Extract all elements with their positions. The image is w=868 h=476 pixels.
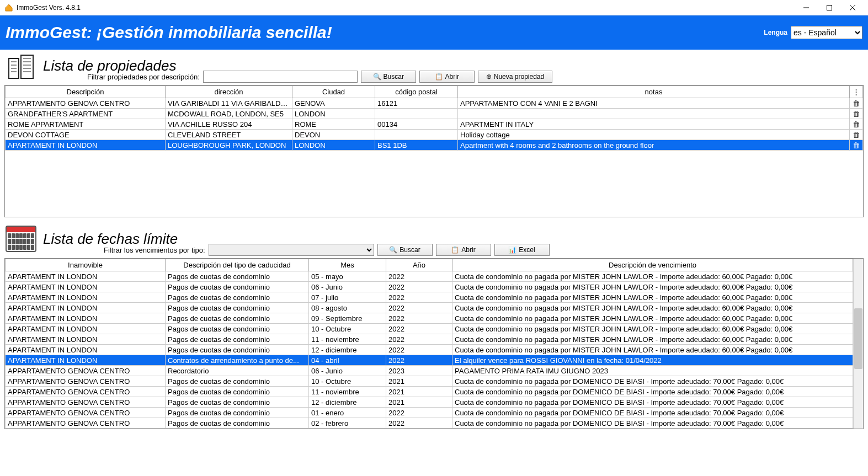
table-cell[interactable]: 12 - diciembre bbox=[309, 397, 386, 408]
table-cell[interactable]: ROME bbox=[292, 119, 375, 130]
deadlines-scrollbar[interactable] bbox=[853, 259, 863, 429]
col-year[interactable]: Año bbox=[386, 259, 452, 271]
col-address[interactable]: dirección bbox=[166, 86, 292, 98]
table-cell[interactable]: 2021 bbox=[386, 387, 452, 397]
table-cell[interactable]: ROME APPARTAMENT bbox=[6, 119, 166, 130]
table-row[interactable]: APPARTAMENTO GENOVA CENTROPagos de cuota… bbox=[6, 418, 853, 429]
table-cell[interactable]: 2021 bbox=[386, 376, 452, 387]
table-cell[interactable] bbox=[375, 109, 458, 119]
table-cell[interactable]: 2022 bbox=[386, 303, 452, 313]
deadlines-table[interactable]: Inamovible Descripción del tipo de caduc… bbox=[5, 259, 853, 429]
properties-open-button[interactable]: 📋 Abrir bbox=[419, 71, 475, 83]
table-row[interactable]: APARTAMENT IN LONDONPagos de cuotas de c… bbox=[6, 303, 853, 313]
table-row[interactable]: APPARTAMENTO GENOVA CENTROPagos de cuota… bbox=[6, 397, 853, 408]
table-cell[interactable]: 11 - noviembre bbox=[309, 334, 386, 345]
table-cell[interactable]: 2022 bbox=[386, 271, 452, 282]
table-cell[interactable]: Cuota de condominio no pagada por DOMENI… bbox=[452, 418, 853, 429]
deadlines-filter-select[interactable] bbox=[209, 244, 374, 256]
table-cell[interactable]: Cuota de condominio no pagada por MISTER… bbox=[452, 303, 853, 313]
table-cell[interactable]: El alquiler vence para ROSSI GIOVANNI en… bbox=[452, 355, 853, 366]
col-description[interactable]: Descripción bbox=[6, 86, 166, 98]
table-cell[interactable]: APARTAMENT IN LONDON bbox=[6, 345, 166, 355]
table-cell[interactable]: Pagos de cuotas de condominio bbox=[166, 282, 309, 292]
table-cell[interactable]: Pagos de cuotas de condominio bbox=[166, 376, 309, 387]
table-row[interactable]: APPARTAMENTO GENOVA CENTROVIA GARIBALDI … bbox=[6, 98, 863, 109]
table-cell[interactable]: 09 - Septiembre bbox=[309, 313, 386, 324]
table-cell[interactable]: Cuota de condominio no pagada por DOMENI… bbox=[452, 376, 853, 387]
table-row[interactable]: APPARTAMENTO GENOVA CENTROPagos de cuota… bbox=[6, 387, 853, 397]
delete-row-button[interactable]: 🗑 bbox=[850, 140, 863, 151]
table-row[interactable]: APARTAMENT IN LONDONPagos de cuotas de c… bbox=[6, 271, 853, 282]
table-cell[interactable]: Pagos de cuotas de condominio bbox=[166, 418, 309, 429]
table-cell[interactable]: LOUGHBOROUGH PARK, LONDON bbox=[166, 140, 292, 151]
table-cell[interactable]: DEVON bbox=[292, 130, 375, 140]
minimize-button[interactable] bbox=[795, 1, 817, 14]
table-cell[interactable]: APPARTAMENTO GENOVA CENTRO bbox=[6, 418, 166, 429]
table-cell[interactable]: APARTAMENT IN LONDON bbox=[6, 324, 166, 334]
table-cell[interactable]: 11 - noviembre bbox=[309, 387, 386, 397]
table-cell[interactable]: Pagos de cuotas de condominio bbox=[166, 292, 309, 303]
table-cell[interactable]: APARTAMENT IN LONDON bbox=[6, 292, 166, 303]
table-row[interactable]: APPARTAMENTO GENOVA CENTROPagos de cuota… bbox=[6, 408, 853, 418]
col-property[interactable]: Inamovible bbox=[6, 259, 166, 271]
table-cell[interactable]: GRANDFATHER'S APARTMENT bbox=[6, 109, 166, 119]
table-cell[interactable]: 04 - abril bbox=[309, 355, 386, 366]
table-cell[interactable]: BS1 1DB bbox=[375, 140, 458, 151]
table-cell[interactable]: 05 - mayo bbox=[309, 271, 386, 282]
properties-table[interactable]: Descripción dirección Ciudad código post… bbox=[5, 85, 863, 151]
table-cell[interactable]: 2023 bbox=[386, 366, 452, 376]
table-cell[interactable]: APPARTAMENTO GENOVA CENTRO bbox=[6, 387, 166, 397]
table-cell[interactable]: APPARTAMENTO GENOVA CENTRO bbox=[6, 429, 166, 429]
table-cell[interactable]: Holiday cottage bbox=[458, 130, 850, 140]
col-desc[interactable]: Descripción de vencimiento bbox=[452, 259, 853, 271]
table-cell[interactable]: Cuota de condominio no pagada por DOMENI… bbox=[452, 429, 853, 429]
table-cell[interactable]: APPARTAMENTO GENOVA CENTRO bbox=[6, 408, 166, 418]
table-cell[interactable]: DEVON COTTAGE bbox=[6, 130, 166, 140]
table-row[interactable]: APARTAMENT IN LONDONPagos de cuotas de c… bbox=[6, 313, 853, 324]
table-cell[interactable]: APARTMENT IN ITALY bbox=[458, 119, 850, 130]
table-cell[interactable]: 2022 bbox=[386, 313, 452, 324]
table-cell[interactable]: APARTAMENT IN LONDON bbox=[6, 303, 166, 313]
table-cell[interactable]: APARTAMENT IN LONDON bbox=[6, 334, 166, 345]
delete-row-button[interactable]: 🗑 bbox=[850, 98, 863, 109]
table-cell[interactable]: Pagos de cuotas de condominio bbox=[166, 334, 309, 345]
table-cell[interactable]: 2022 bbox=[386, 282, 452, 292]
table-row[interactable]: APARTAMENT IN LONDONContratos de arrenda… bbox=[6, 355, 853, 366]
table-cell[interactable]: APARTAMENT IN LONDON bbox=[6, 271, 166, 282]
table-cell[interactable]: Cuota de condominio no pagada por MISTER… bbox=[452, 324, 853, 334]
col-city[interactable]: Ciudad bbox=[292, 86, 375, 98]
table-cell[interactable]: 2022 bbox=[386, 355, 452, 366]
table-cell[interactable]: Pagos de cuotas de condominio bbox=[166, 429, 309, 429]
table-row[interactable]: APARTAMENT IN LONDONPagos de cuotas de c… bbox=[6, 324, 853, 334]
table-cell[interactable]: Cuota de condominio no pagada por DOMENI… bbox=[452, 397, 853, 408]
table-cell[interactable]: Cuota de condominio no pagada por DOMENI… bbox=[452, 408, 853, 418]
table-cell[interactable]: APPARTAMENTO GENOVA CENTRO bbox=[6, 366, 166, 376]
table-cell[interactable]: Pagos de cuotas de condominio bbox=[166, 303, 309, 313]
table-cell[interactable]: 2022 bbox=[386, 429, 452, 429]
col-month[interactable]: Mes bbox=[309, 259, 386, 271]
table-cell[interactable]: Cuota de condominio no pagada por MISTER… bbox=[452, 313, 853, 324]
table-cell[interactable]: Pagos de cuotas de condominio bbox=[166, 397, 309, 408]
table-cell[interactable]: Cuota de condominio no pagada por MISTER… bbox=[452, 271, 853, 282]
table-row[interactable]: APARTAMENT IN LONDONPagos de cuotas de c… bbox=[6, 334, 853, 345]
table-cell[interactable]: 2022 bbox=[386, 408, 452, 418]
table-row[interactable]: APPARTAMENTO GENOVA CENTRORecordatorio06… bbox=[6, 366, 853, 376]
close-button[interactable] bbox=[842, 1, 864, 14]
table-row[interactable]: APPARTAMENTO GENOVA CENTROPagos de cuota… bbox=[6, 429, 853, 429]
table-cell[interactable]: APARTAMENT IN LONDON bbox=[6, 313, 166, 324]
table-cell[interactable]: 00134 bbox=[375, 119, 458, 130]
deadlines-search-button[interactable]: 🔍 Buscar bbox=[377, 244, 433, 256]
scrollbar-thumb[interactable] bbox=[854, 308, 862, 369]
table-cell[interactable] bbox=[375, 130, 458, 140]
table-cell[interactable]: APPARTAMENTO GENOVA CENTRO bbox=[6, 376, 166, 387]
table-cell[interactable]: Cuota de condominio no pagada por DOMENI… bbox=[452, 387, 853, 397]
table-row[interactable]: ROME APPARTAMENTVIA ACHILLE RUSSO 204ROM… bbox=[6, 119, 863, 130]
table-cell[interactable]: Contratos de arrendamiento a punto de... bbox=[166, 355, 309, 366]
table-cell[interactable] bbox=[458, 109, 850, 119]
table-cell[interactable]: Cuota de condominio no pagada por MISTER… bbox=[452, 345, 853, 355]
table-cell[interactable]: Pagos de cuotas de condominio bbox=[166, 387, 309, 397]
table-cell[interactable]: APPARTAMENTO CON 4 VANI E 2 BAGNI bbox=[458, 98, 850, 109]
table-cell[interactable]: 2021 bbox=[386, 397, 452, 408]
table-cell[interactable]: Pagos de cuotas de condominio bbox=[166, 408, 309, 418]
table-cell[interactable]: 2022 bbox=[386, 334, 452, 345]
